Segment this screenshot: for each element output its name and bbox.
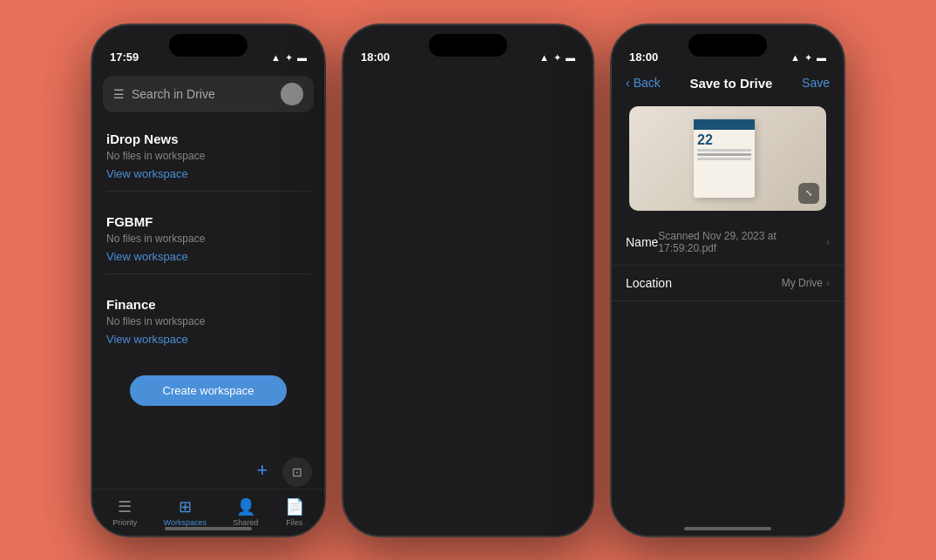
nav-workspaces-label: Workspaces (164, 518, 207, 527)
location-value: My Drive (782, 277, 823, 289)
nav-priority-label: Priority (112, 518, 137, 527)
dynamic-island-1 (169, 34, 248, 57)
shared-icon: 👤 (236, 497, 255, 516)
location-chevron-icon: › (826, 277, 830, 289)
workspace-subtitle-idrop: No files in workspace (106, 150, 310, 162)
location-value-container: My Drive › (782, 277, 830, 289)
status-icons-1: ▲ ✦ ▬ (271, 52, 307, 64)
name-value: Scanned Nov 29, 2023 at 17:59:20.pdf (658, 230, 823, 254)
status-time-2: 18:00 (361, 51, 390, 64)
nav-shared[interactable]: 👤 Shared (233, 497, 258, 527)
workspace-title-fgbmf: FGBMF (106, 214, 310, 229)
workspace-fgbmf: FGBMF No files in workspace View workspa… (92, 202, 324, 263)
nav-priority[interactable]: ☰ Priority (112, 497, 137, 527)
dynamic-island-2 (429, 34, 507, 57)
home-indicator-1 (165, 527, 252, 530)
create-workspace-label: Create workspace (163, 384, 254, 397)
home-indicator-3 (684, 527, 771, 530)
expand-icon[interactable]: ⤡ (798, 183, 819, 204)
hamburger-icon: ☰ (113, 87, 125, 101)
phone-3: 18:00 ▲ ✦ ▬ ‹ Back Save to Drive Save (610, 24, 845, 537)
preview-doc-thumbnail: 22 (694, 119, 755, 198)
signal-icon-3: ▲ (790, 52, 800, 63)
status-icons-2: ▲ ✦ ▬ (539, 52, 575, 64)
location-label: Location (626, 276, 672, 290)
name-value-container: Scanned Nov 29, 2023 at 17:59:20.pdf › (658, 230, 830, 254)
scan-icon[interactable]: ⊡ (282, 457, 312, 487)
workspace-idrop: iDrop News No files in workspace View wo… (92, 119, 324, 180)
plus-icon[interactable]: + (248, 457, 277, 487)
divider-2 (106, 273, 310, 274)
status-time-3: 18:00 (629, 51, 658, 64)
view-workspace-fgbmf[interactable]: View workspace (106, 250, 310, 263)
phone-2: 18:00 ▲ ✦ ▬ First Baptist Kingsville 20 … (342, 24, 594, 537)
phone1-screen: ☰ Search in Drive iDrop News No files in… (92, 69, 324, 536)
status-time-1: 17:59 (110, 51, 139, 64)
battery-icon-1: ▬ (297, 52, 307, 63)
svg-text:+: + (257, 460, 268, 481)
save-title: Save to Drive (689, 76, 772, 91)
back-label: Back (634, 76, 661, 90)
dynamic-island-3 (688, 34, 767, 57)
create-workspace-button[interactable]: Create workspace (130, 375, 287, 406)
scan-glyph: ⊡ (292, 465, 302, 479)
battery-icon-3: ▬ (817, 52, 826, 63)
workspace-title-idrop: iDrop News (106, 132, 310, 146)
workspace-subtitle-fgbmf: No files in workspace (106, 233, 310, 245)
expand-arrows-icon: ⤡ (805, 188, 812, 198)
battery-icon-2: ▬ (566, 52, 575, 63)
view-workspace-finance[interactable]: View workspace (106, 333, 310, 346)
document-preview-card: 22 ⤡ (629, 106, 826, 211)
name-row[interactable]: Name Scanned Nov 29, 2023 at 17:59:20.pd… (612, 219, 844, 266)
workspace-finance: Finance No files in workspace View works… (92, 285, 324, 346)
save-header: ‹ Back Save to Drive Save (612, 69, 844, 98)
phone3-screen: ‹ Back Save to Drive Save 22 (612, 69, 844, 536)
priority-icon: ☰ (118, 497, 132, 516)
search-input-placeholder[interactable]: Search in Drive (132, 87, 274, 101)
nav-files-label: Files (286, 518, 302, 527)
workspaces-icon: ⊞ (179, 497, 192, 516)
nav-shared-label: Shared (233, 518, 258, 527)
signal-icon-1: ▲ (271, 52, 281, 63)
location-row[interactable]: Location My Drive › (612, 266, 844, 301)
wifi-icon-2: ✦ (553, 52, 561, 64)
files-icon: 📄 (285, 497, 304, 516)
back-chevron-icon: ‹ (626, 76, 630, 90)
save-button[interactable]: Save (802, 76, 830, 90)
wifi-icon-1: ✦ (285, 52, 293, 64)
workspace-title-finance: Finance (106, 297, 310, 312)
status-icons-3: ▲ ✦ ▬ (790, 52, 826, 64)
divider-1 (106, 191, 310, 192)
workspace-subtitle-finance: No files in workspace (106, 315, 310, 327)
search-bar[interactable]: ☰ Search in Drive (103, 76, 314, 112)
view-workspace-idrop[interactable]: View workspace (106, 167, 310, 180)
name-chevron-icon: › (826, 236, 830, 248)
avatar[interactable] (281, 83, 303, 105)
back-button[interactable]: ‹ Back (626, 76, 661, 90)
nav-files[interactable]: 📄 Files (285, 497, 304, 527)
name-label: Name (626, 235, 658, 249)
preview-content: 22 (629, 106, 826, 211)
wifi-icon-3: ✦ (804, 52, 812, 64)
plus-svg: + (250, 460, 275, 484)
phone-1: 17:59 ▲ ✦ ▬ ☰ Search in Drive iDrop News… (91, 24, 326, 537)
nav-workspaces[interactable]: ⊞ Workspaces (164, 497, 207, 527)
signal-icon-2: ▲ (539, 52, 549, 63)
